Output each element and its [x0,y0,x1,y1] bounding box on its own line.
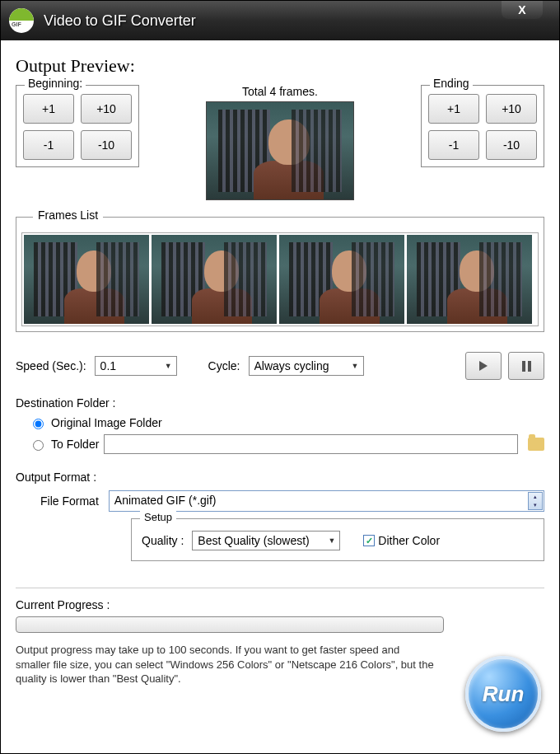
speed-select[interactable] [95,356,177,376]
setup-group: Setup Quality : ✓ Dither Color [131,518,544,561]
beginning-group: Beginning: +1 +10 -1 -10 [16,85,139,167]
beginning-plus-1-button[interactable]: +1 [23,94,74,124]
browse-folder-icon[interactable] [528,438,544,451]
frames-list-group: Frames List [16,217,544,332]
frame-thumbnail[interactable] [279,235,404,324]
dropdown-spinner-icon[interactable]: ▴▾ [528,492,543,510]
pause-button[interactable] [508,352,544,380]
dither-label: Dither Color [378,534,440,547]
beginning-plus-10-button[interactable]: +10 [81,94,132,124]
ending-minus-1-button[interactable]: -1 [428,130,479,160]
ending-plus-1-button[interactable]: +1 [428,94,479,124]
progress-section: Current Progress : Output progress may t… [16,598,544,686]
speed-value[interactable] [95,356,177,376]
output-format-heading: Output Format : [16,471,544,484]
play-button[interactable] [465,352,502,380]
close-icon: X [518,3,525,16]
destination-original-label: Original Image Folder [51,416,162,429]
app-icon [9,8,34,33]
file-format-select[interactable]: Animated GIF (*.gif) ▴▾ [109,490,544,512]
file-format-row: File Format Animated GIF (*.gif) ▴▾ [40,490,544,512]
progress-hint: Output progress may take up to 100 secon… [16,643,436,686]
destination-original-radio[interactable] [33,419,44,429]
ending-minus-10-button[interactable]: -10 [486,130,537,160]
beginning-label: Beginning: [25,77,86,90]
quality-select[interactable] [192,531,340,550]
frames-list-label: Frames List [33,208,103,222]
frame-thumbnail[interactable] [152,235,277,324]
speed-label: Speed (Sec.): [16,359,86,372]
preview-row: Beginning: +1 +10 -1 -10 Total 4 frames.… [16,85,544,200]
destination-section: Destination Folder : Original Image Fold… [16,396,544,459]
app-window: Video to GIF Converter X Output Preview:… [0,0,560,754]
ending-plus-10-button[interactable]: +10 [486,94,537,124]
output-preview-heading: Output Preview: [16,55,544,77]
frames-row[interactable] [21,232,539,326]
pause-icon [522,361,531,372]
frame-thumbnail[interactable] [407,235,532,324]
file-format-value[interactable]: Animated GIF (*.gif) [109,490,544,512]
close-button[interactable]: X [502,1,543,19]
progress-bar [16,616,444,633]
destination-heading: Destination Folder : [16,396,544,410]
total-frames-label: Total 4 frames. [206,85,354,98]
run-label: Run [483,681,525,707]
cycle-value[interactable] [249,356,364,376]
quality-label: Quality : [142,534,184,547]
ending-label: Ending [430,77,473,90]
destination-tofolder-label: To Folder [51,438,99,451]
divider [16,588,544,588]
content-area: Output Preview: Beginning: +1 +10 -1 -10… [1,40,559,753]
setup-label: Setup [140,511,176,523]
destination-folder-input[interactable] [104,434,518,454]
beginning-minus-10-button[interactable]: -10 [81,130,132,160]
progress-heading: Current Progress : [16,598,544,611]
play-icon [479,361,488,371]
ending-group: Ending +1 +10 -1 -10 [421,85,544,167]
center-preview: Total 4 frames. [206,85,354,200]
preview-frame [206,101,354,200]
file-format-label: File Format [40,494,99,508]
output-format-section: Output Format : File Format Animated GIF… [16,471,544,561]
titlebar: Video to GIF Converter X [1,1,559,40]
cycle-select[interactable] [249,356,364,376]
destination-tofolder-radio[interactable] [33,440,44,451]
window-title: Video to GIF Converter [44,12,196,30]
frame-thumbnail[interactable] [24,235,149,324]
dither-checkbox-row[interactable]: ✓ Dither Color [363,534,440,547]
quality-value[interactable] [192,531,340,550]
playback-controls-row: Speed (Sec.): Cycle: [16,352,544,380]
cycle-label: Cycle: [208,359,240,372]
dither-checkbox[interactable]: ✓ [363,535,375,546]
beginning-minus-1-button[interactable]: -1 [23,130,74,160]
run-button[interactable]: Run [465,656,541,732]
